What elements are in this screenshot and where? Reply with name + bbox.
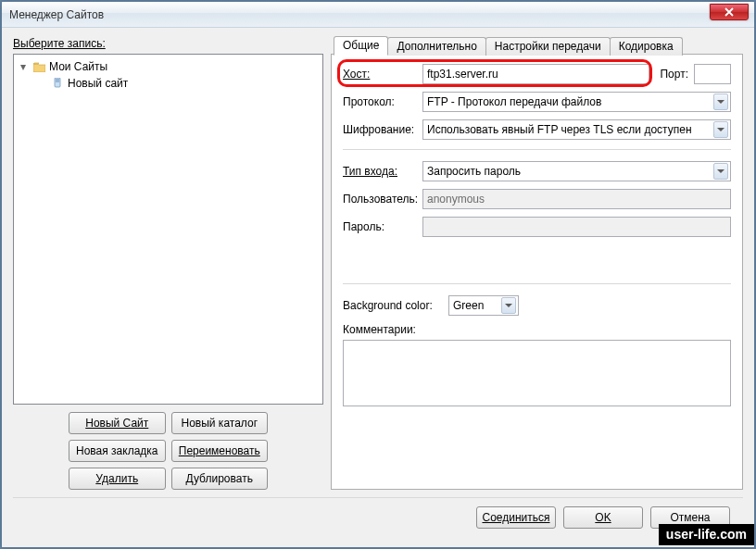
tab-charset[interactable]: Кодировка [610,37,683,56]
ok-button[interactable]: OK [563,506,643,529]
new-site-button[interactable]: Новый Сайт [69,412,166,434]
tree-root[interactable]: ▾ Мои Сайты [18,58,319,75]
logontype-row: Тип входа: Запросить пароль [343,161,731,181]
svg-rect-2 [56,81,59,82]
separator [343,149,731,150]
general-panel: Хост: ftp31.server.ru Порт: Протокол: FT… [332,55,742,418]
new-bookmark-button[interactable]: Новая закладка [69,440,166,462]
duplicate-button[interactable]: Дублировать [171,468,269,490]
comments-label: Комментарии: [343,323,731,336]
left-column: Выберите запись: ▾ Мои Сайты [13,37,323,490]
encryption-value: Использовать явный FTP через TLS если до… [427,120,692,139]
logontype-value: Запросить пароль [427,162,521,181]
encryption-label: Шифрование: [343,123,417,136]
user-input[interactable]: anonymous [422,189,731,209]
dropdown-arrow-icon [713,121,728,138]
tree-root-label: Мои Сайты [49,60,107,73]
tree-collapse-icon[interactable]: ▾ [18,60,29,73]
protocol-value: FTP - Протокол передачи файлов [427,93,601,111]
server-icon [51,78,64,89]
protocol-select[interactable]: FTP - Протокол передачи файлов [422,92,731,112]
separator [343,283,731,284]
site-manager-window: Менеджер Сайтов Выберите запись: ▾ Мои С… [1,1,755,548]
tab-advanced[interactable]: Дополнительно [387,37,485,56]
user-row: Пользователь: anonymous [343,189,731,209]
folder-icon [32,62,45,72]
connect-button[interactable]: Соединиться [476,506,556,529]
protocol-row: Протокол: FTP - Протокол передачи файлов [343,92,731,112]
bgcolor-label: Background color: [343,299,443,312]
host-label: Хост: [343,68,417,81]
bgcolor-select[interactable]: Green [448,295,519,316]
password-label: Пароль: [343,220,417,233]
window-title: Менеджер Сайтов [9,8,104,21]
dropdown-arrow-icon [501,297,516,314]
tab-container: Общие Дополнительно Настройки передачи К… [331,54,743,490]
bgcolor-value: Green [453,296,484,315]
logontype-select[interactable]: Запросить пароль [422,161,731,181]
user-label: Пользователь: [343,193,417,206]
bgcolor-row: Background color: Green [343,295,731,316]
host-row: Хост: ftp31.server.ru Порт: [343,64,731,84]
tab-transfer[interactable]: Настройки передачи [485,37,611,56]
tab-strip: Общие Дополнительно Настройки передачи К… [334,37,682,56]
close-button[interactable] [710,4,749,20]
tree-child[interactable]: Новый сайт [18,75,319,92]
tab-general[interactable]: Общие [334,36,388,56]
main-row: Выберите запись: ▾ Мои Сайты [13,37,743,490]
svg-rect-1 [56,80,59,81]
comments-textarea[interactable] [343,340,731,406]
select-entry-label: Выберите запись: [13,37,323,50]
logontype-label: Тип входа: [343,165,417,178]
protocol-label: Протокол: [343,95,417,108]
port-label: Порт: [657,68,688,81]
dialog-footer: Соединиться OK Отмена [13,497,743,536]
left-buttons: Новый Сайт Новый каталог Новая закладка … [13,412,323,490]
new-folder-button[interactable]: Новый каталог [171,412,269,434]
dropdown-arrow-icon [713,94,728,110]
delete-button[interactable]: Удалить [69,468,166,490]
encryption-select[interactable]: Использовать явный FTP через TLS если до… [422,119,731,140]
right-column: Общие Дополнительно Настройки передачи К… [331,37,743,490]
close-icon [724,7,734,17]
tree-child-label: Новый сайт [68,77,128,90]
password-row: Пароль: [343,217,731,237]
dropdown-arrow-icon [713,163,728,180]
password-input [422,217,731,237]
host-input[interactable]: ftp31.server.ru [422,64,649,84]
rename-button[interactable]: Переименовать [171,440,269,462]
encryption-row: Шифрование: Использовать явный FTP через… [343,119,731,140]
port-input[interactable] [694,64,731,84]
content-area: Выберите запись: ▾ Мои Сайты [2,28,754,547]
titlebar: Менеджер Сайтов [2,2,754,28]
watermark: user-life.com [659,524,754,545]
site-tree[interactable]: ▾ Мои Сайты Новый сайт [13,54,323,405]
